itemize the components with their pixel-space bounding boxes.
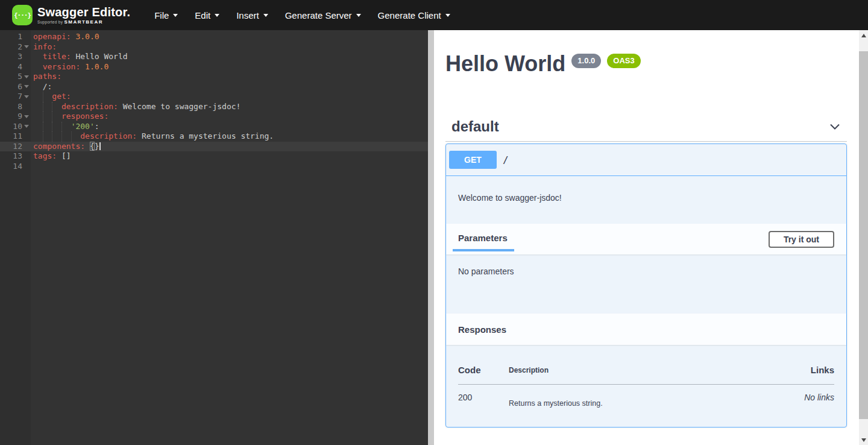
parameters-header: Parameters Try it out	[446, 224, 846, 254]
code-line: components: {}	[31, 142, 428, 152]
brand-subtitle: Supported by SMARTBEAR	[37, 19, 130, 25]
code-line: version: 1.0.0	[31, 62, 428, 72]
code-line: description: Welcome to swagger-jsdoc!	[31, 102, 428, 112]
code-line: title: Hello World	[31, 52, 428, 62]
line-number: 11	[0, 131, 31, 142]
oas3-badge: OAS3	[607, 54, 640, 68]
pane-splitter[interactable]	[428, 30, 434, 445]
swagger-ui-preview: Hello World 1.0.0 OAS3 default GET / Wel…	[434, 30, 868, 445]
scrollbar-thumb[interactable]	[859, 51, 868, 419]
swagger-logo-icon: {···}	[12, 5, 33, 25]
col-header-links: Links	[756, 365, 834, 385]
swagger-editor-brand: {···} Swagger Editor. Supported by SMART…	[12, 5, 130, 25]
text-cursor	[99, 142, 101, 150]
code-line: info:	[31, 42, 428, 52]
no-parameters-message: No parameters	[446, 254, 846, 314]
version-badge: 1.0.0	[571, 54, 601, 68]
chevron-down-icon	[215, 14, 219, 17]
line-number: 10	[0, 122, 31, 132]
code-line: tags: []	[31, 151, 428, 162]
api-title: Hello World 1.0.0 OAS3	[445, 53, 847, 75]
line-number: 5	[0, 72, 31, 82]
col-header-code: Code	[458, 365, 509, 385]
responses-body: Code Description Links 200 Returns a mys…	[446, 345, 846, 427]
line-number: 3	[0, 52, 31, 62]
responses-table: Code Description Links 200 Returns a mys…	[458, 365, 834, 408]
top-navbar: {···} Swagger Editor. Supported by SMART…	[0, 0, 868, 30]
chevron-down-icon	[356, 14, 361, 17]
line-number: 12	[0, 142, 31, 152]
fold-toggle-icon[interactable]	[24, 125, 29, 128]
chevron-down-icon	[263, 14, 268, 17]
code-line: /:	[31, 82, 428, 92]
menu-generate-client[interactable]: Generate Client	[370, 5, 459, 25]
code-line	[31, 162, 428, 172]
menu-insert[interactable]: Insert	[228, 5, 277, 25]
code-line: get:	[31, 92, 428, 102]
operation-path: /	[503, 154, 509, 166]
line-number: 14	[0, 162, 31, 172]
code-line: description: Returns a mysterious string…	[31, 131, 428, 142]
fold-toggle-icon[interactable]	[24, 85, 29, 88]
menu-generate-server[interactable]: Generate Server	[277, 5, 370, 25]
response-description: Returns a mysterious string.	[509, 385, 756, 408]
code-line: responses:	[31, 112, 428, 122]
line-number: 1	[0, 32, 31, 42]
tab-parameters[interactable]: Parameters	[458, 233, 510, 249]
tag-section-default[interactable]: default	[445, 112, 847, 142]
scroll-up-arrow[interactable]	[859, 30, 868, 40]
line-number: 13	[0, 151, 31, 162]
api-title-text: Hello World	[445, 53, 565, 75]
response-code: 200	[458, 385, 509, 408]
line-number: 2	[0, 42, 31, 52]
fold-toggle-icon[interactable]	[24, 115, 29, 118]
yaml-editor[interactable]: 1openapi: 3.0.02info:3 title: Hello Worl…	[0, 30, 428, 445]
col-header-description: Description	[509, 365, 756, 385]
responses-header: Responses	[446, 314, 846, 345]
line-number: 4	[0, 62, 31, 72]
chevron-down-icon[interactable]	[829, 121, 841, 133]
http-method-badge[interactable]: GET	[449, 151, 497, 169]
menu-file[interactable]: File	[146, 5, 186, 25]
code-line: openapi: 3.0.0	[31, 32, 428, 42]
code-line: paths:	[31, 72, 428, 82]
operation-description: Welcome to swagger-jsdoc!	[446, 176, 846, 224]
menu-bar: File Edit Insert Generate Server Generat…	[146, 5, 459, 25]
try-it-out-button[interactable]: Try it out	[769, 231, 834, 248]
line-number: 8	[0, 102, 31, 112]
scroll-down-arrow[interactable]	[859, 435, 868, 445]
response-row: 200 Returns a mysterious string. No link…	[458, 385, 834, 408]
opblock-get-root: GET / Welcome to swagger-jsdoc! Paramete…	[445, 144, 847, 428]
fold-toggle-icon[interactable]	[24, 75, 29, 78]
response-links: No links	[756, 385, 834, 408]
responses-heading: Responses	[458, 324, 506, 335]
menu-edit[interactable]: Edit	[186, 5, 228, 25]
vertical-scrollbar[interactable]	[859, 30, 868, 445]
fold-toggle-icon[interactable]	[24, 45, 29, 48]
tag-name: default	[451, 118, 499, 135]
opblock-summary[interactable]: GET /	[446, 144, 846, 176]
chevron-down-icon	[173, 14, 178, 17]
line-number: 6	[0, 82, 31, 92]
line-number: 9	[0, 112, 31, 122]
line-number: 7	[0, 92, 31, 102]
fold-toggle-icon[interactable]	[24, 95, 29, 98]
code-line: '200':	[31, 122, 428, 132]
app-title: Swagger Editor.	[37, 5, 130, 19]
chevron-down-icon	[445, 14, 450, 17]
